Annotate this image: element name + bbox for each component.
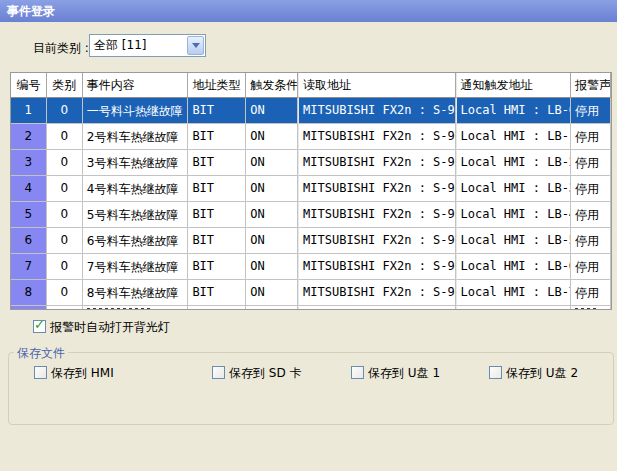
table-row[interactable]: 606号料车热继故障BITONMITSUBISHI FX2n : S-905Lo… xyxy=(11,228,611,254)
table-cell[interactable]: 3 xyxy=(11,150,47,176)
table-cell[interactable] xyxy=(47,306,83,310)
dropdown-button[interactable] xyxy=(187,36,204,55)
column-header[interactable]: 读取地址 xyxy=(298,73,455,98)
table-row[interactable]: 404号料车热继故障BITONMITSUBISHI FX2n : S-903Lo… xyxy=(11,176,611,202)
table-cell[interactable]: MITSUBISHI FX2n : S-903 xyxy=(298,176,455,202)
table-cell[interactable]: MITSUBISHI FX2n : S-905 xyxy=(298,228,455,254)
table-cell[interactable]: BIT xyxy=(188,150,246,176)
column-header[interactable]: 地址类型 xyxy=(188,73,246,98)
table-row[interactable]: 303号料车热继故障BITONMITSUBISHI FX2n : S-902Lo… xyxy=(11,150,611,176)
table-cell[interactable]: 1 xyxy=(11,98,47,124)
table-cell[interactable]: 6 xyxy=(11,228,47,254)
table-cell[interactable]: 4 xyxy=(11,176,47,202)
save-sd-checkbox[interactable] xyxy=(212,366,225,379)
category-label: 目前类别 : xyxy=(33,40,89,57)
table-cell[interactable]: 6号料车热继故障 xyxy=(83,228,189,254)
table-cell[interactable]: 停用 xyxy=(571,98,611,124)
table-cell[interactable]: BIT xyxy=(188,228,246,254)
table-cell[interactable]: 7 xyxy=(11,254,47,280)
table-cell[interactable]: MITSUBISHI FX2n : S-904 xyxy=(298,202,455,228)
table-cell[interactable]: 停用 xyxy=(571,280,611,306)
backlight-checkbox[interactable]: ✓ xyxy=(33,320,46,333)
table-cell[interactable]: 7号料车热继故障 xyxy=(83,254,189,280)
table-cell[interactable]: ON xyxy=(246,98,298,124)
table-cell[interactable]: 停用 xyxy=(571,124,611,150)
table-cell[interactable] xyxy=(456,306,572,310)
table-cell[interactable]: 0 xyxy=(47,124,83,150)
table-cell[interactable]: 4号料车热继故障 xyxy=(83,176,189,202)
table-cell[interactable]: Local HMI : LB-1 xyxy=(456,124,572,150)
column-header[interactable]: 编号 xyxy=(11,73,47,98)
table-cell[interactable]: 5号料车热继故障 xyxy=(83,202,189,228)
table-cell[interactable]: 0 xyxy=(47,280,83,306)
column-header[interactable]: 报警声 xyxy=(571,73,611,98)
table-cell[interactable]: 停用 xyxy=(571,150,611,176)
table-cell[interactable]: BIT xyxy=(188,202,246,228)
table-cell[interactable]: BIT xyxy=(188,124,246,150)
table-cell[interactable]: BIT xyxy=(188,280,246,306)
save-usb2-checkbox[interactable] xyxy=(489,366,502,379)
table-cell[interactable] xyxy=(298,306,455,310)
column-header[interactable]: 类别 xyxy=(47,73,83,98)
event-table[interactable]: 编号类别事件内容地址类型触发条件读取地址通知触发地址报警声10一号料斗热继故障B… xyxy=(10,72,612,310)
table-cell[interactable]: BIT xyxy=(188,254,246,280)
table-cell[interactable]: 0 xyxy=(47,98,83,124)
table-row[interactable]: 707号料车热继故障BITONMITSUBISHI FX2n : S-906Lo… xyxy=(11,254,611,280)
column-header[interactable]: 触发条件 xyxy=(246,73,298,98)
table-cell[interactable]: Local HMI : LB-6 xyxy=(456,254,572,280)
table-cell[interactable]: MITSUBISHI FX2n : S-902 xyxy=(298,150,455,176)
table-cell[interactable]: 0 xyxy=(47,176,83,202)
table-cell[interactable]: 0 xyxy=(47,150,83,176)
table-cell[interactable]: ON xyxy=(246,254,298,280)
table-cell[interactable]: ON xyxy=(246,280,298,306)
table-cell[interactable]: 一号料斗热继故障 xyxy=(83,98,189,124)
table-cell[interactable]: 停用 xyxy=(571,228,611,254)
table-cell[interactable]: Local HMI : LB-0 xyxy=(456,98,572,124)
table-cell[interactable]: Local HMI : LB-3 xyxy=(456,176,572,202)
table-cell[interactable]: MITSUBISHI FX2n : S-907 xyxy=(298,280,455,306)
table-cell[interactable] xyxy=(83,306,189,310)
table-cell[interactable]: BIT xyxy=(188,98,246,124)
table-row[interactable]: 10一号料斗热继故障BITONMITSUBISHI FX2n : S-900Lo… xyxy=(11,98,611,124)
table-cell[interactable]: 0 xyxy=(47,228,83,254)
table-row[interactable]: 505号料车热继故障BITONMITSUBISHI FX2n : S-904Lo… xyxy=(11,202,611,228)
category-selected-value: 全部 [11] xyxy=(90,37,187,54)
save-hmi-checkbox[interactable] xyxy=(34,366,47,379)
table-cell[interactable]: 2 xyxy=(11,124,47,150)
table-cell[interactable]: 停用 xyxy=(571,202,611,228)
dialog-title: 事件登录 xyxy=(7,4,55,18)
table-cell[interactable]: 8 xyxy=(11,280,47,306)
table-cell[interactable]: 停用 xyxy=(571,254,611,280)
column-header[interactable]: 通知触发地址 xyxy=(456,73,572,98)
table-cell[interactable] xyxy=(188,306,246,310)
table-cell[interactable]: 5 xyxy=(11,202,47,228)
table-cell[interactable] xyxy=(571,306,611,310)
table-cell[interactable]: Local HMI : LB-5 xyxy=(456,228,572,254)
table-cell[interactable]: ON xyxy=(246,150,298,176)
table-cell[interactable]: ON xyxy=(246,202,298,228)
table-cell[interactable]: ON xyxy=(246,124,298,150)
column-header[interactable]: 事件内容 xyxy=(83,73,189,98)
table-cell[interactable]: ON xyxy=(246,176,298,202)
table-cell[interactable]: 0 xyxy=(47,202,83,228)
category-dropdown[interactable]: 全部 [11] xyxy=(89,34,206,57)
save-usb1-checkbox[interactable] xyxy=(351,366,364,379)
table-row-partial[interactable] xyxy=(11,306,611,310)
table-cell[interactable]: BIT xyxy=(188,176,246,202)
table-cell[interactable]: MITSUBISHI FX2n : S-906 xyxy=(298,254,455,280)
table-cell[interactable]: Local HMI : LB-4 xyxy=(456,202,572,228)
table-row[interactable]: 808号料车热继故障BITONMITSUBISHI FX2n : S-907Lo… xyxy=(11,280,611,306)
table-cell[interactable]: Local HMI : LB-7 xyxy=(456,280,572,306)
table-cell[interactable]: MITSUBISHI FX2n : S-900 xyxy=(298,98,455,124)
table-cell[interactable]: 8号料车热继故障 xyxy=(83,280,189,306)
table-cell[interactable]: 停用 xyxy=(571,176,611,202)
table-cell[interactable]: 2号料车热继故障 xyxy=(83,124,189,150)
table-cell[interactable]: MITSUBISHI FX2n : S-901 xyxy=(298,124,455,150)
table-cell[interactable]: 3号料车热继故障 xyxy=(83,150,189,176)
table-cell[interactable]: ON xyxy=(246,228,298,254)
table-cell[interactable]: 0 xyxy=(47,254,83,280)
table-cell[interactable] xyxy=(246,306,298,310)
table-cell[interactable]: Local HMI : LB-2 xyxy=(456,150,572,176)
table-cell[interactable] xyxy=(11,306,47,310)
table-row[interactable]: 202号料车热继故障BITONMITSUBISHI FX2n : S-901Lo… xyxy=(11,124,611,150)
